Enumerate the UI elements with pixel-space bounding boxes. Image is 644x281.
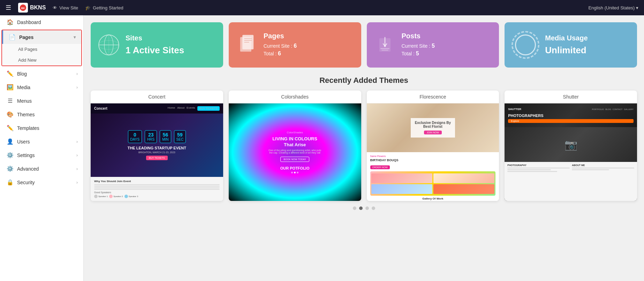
sidebar-item-security[interactable]: 🔒 Security › [0,175,83,189]
shut-col-photography: PHOTOGRAPHY [507,164,570,199]
svg-rect-14 [380,48,389,49]
concert-count-hours: 23HRS [145,130,157,143]
bkns-logo-svg: BK [19,4,27,11]
theme-card-florescence[interactable]: Florescence Exclusive Designs ByBest Flo… [367,91,499,201]
pagination-dot-4[interactable] [372,206,375,210]
pages-card: Pages Current Site : 6 Total : 6 [229,22,361,68]
cs-btn: BOOK NOW TODAY [280,157,309,162]
flor-img-cell-4 [433,184,494,194]
sidebar-label-dashboard: Dashboard [17,19,41,25]
concert-heading: THE LEADING STARTUP EVENT [128,146,186,150]
main-content: Sites 1 Active Sites [84,15,644,281]
concert-nav: Home About Events BUY TICKETS [168,106,220,111]
posts-total: Total : 5 [402,50,492,57]
shut-col-line-5 [572,169,609,170]
pages-highlight-box: 📄 Pages ▾ All Pages Add New [1,30,82,66]
templates-icon: ✏️ [7,125,14,131]
posts-content: Posts Current Site : 5 Total : 5 [402,32,492,58]
concert-logo: Concert [94,107,107,110]
media-arrow-icon: › [76,85,78,90]
pages-icon: 📄 [9,34,16,40]
sidebar-item-advanced[interactable]: ⚙️ Advanced › [0,162,83,175]
sidebar-label-media: Media [17,85,30,90]
concert-speaker-3: Speaker 3 [124,195,138,198]
settings-arrow-icon: › [76,153,78,158]
theme-title-shutter: Shutter [505,91,637,103]
stats-grid: Sites 1 Active Sites [91,22,637,68]
theme-preview-shutter: SHUTTER PORTFOLIO BLOG CONTACT GALLERY P… [505,103,637,201]
flor-gallery-title: Gallery Of Work [370,197,496,200]
concert-speakers-label: Good Speakers [94,191,220,194]
sidebar-item-dashboard[interactable]: 🏠 Dashboard [0,15,83,29]
settings-icon: ⚙️ [7,152,14,158]
shut-nav-blog: BLOG [605,108,611,110]
posts-card-icon [374,34,396,56]
pagination-dot-3[interactable] [365,206,369,210]
pagination-dot-1[interactable] [353,206,356,210]
sidebar: 🏠 Dashboard 📄 Pages ▾ All Pages Add New … [0,15,84,281]
media-card: Media Usage Unlimited [505,22,637,68]
cs-dot-1 [291,172,293,173]
flor-img-grid [370,172,496,195]
concert-lines [94,184,220,190]
language-selector[interactable]: English (United States) ▾ [588,5,638,10]
view-site-link[interactable]: 👁 View Site [53,5,78,10]
sidebar-label-users: Users [17,139,30,145]
sidebar-item-settings[interactable]: ⚙️ Settings › [0,148,83,162]
sidebar-item-themes[interactable]: 🎨 Themes [0,108,83,121]
concert-hero: 0DAYS 23HRS 56MIN 59SEC THE LEADING STAR… [91,114,223,177]
concert-nav-home: Home [168,106,175,111]
sidebar-item-menus[interactable]: ☰ Menus [0,94,83,108]
sidebar-item-blog[interactable]: ✏️ Blog › [0,67,83,80]
sidebar-label-templates: Templates [17,125,39,131]
shut-col-line-1 [507,167,570,169]
sidebar-item-media[interactable]: 🖼️ Media › [0,80,83,94]
pagination-dot-2[interactable] [359,206,363,210]
camera-icon: 📷 [565,139,577,151]
sidebar-item-pages[interactable]: 📄 Pages ▾ [2,30,81,44]
sidebar-label-settings: Settings [17,153,35,158]
concert-line-2 [94,186,220,188]
advanced-arrow-icon: › [76,166,78,171]
shut-col-line-4 [572,167,634,169]
theme-card-concert[interactable]: Concert Concert Home About Events BUY TI… [91,91,223,201]
colorshades-bg: ColorShades LIVING IN COLOURSThat Arise … [229,103,361,201]
sidebar-item-all-pages[interactable]: All Pages [2,44,81,55]
shut-col-line-3 [507,171,557,172]
flor-gallery-img [370,171,496,196]
shut-bottom: PHOTOGRAPHY ABOUT ME [505,162,637,201]
concert-counters: 0DAYS 23HRS 56MIN 59SEC [128,130,186,143]
sidebar-item-add-new[interactable]: Add New [2,55,81,65]
theme-card-shutter[interactable]: Shutter SHUTTER PORTFOLIO BLOG CONTACT G… [505,91,637,201]
hamburger-menu[interactable]: ☰ [6,4,11,11]
shut-col-title-2: ABOUT ME [572,164,634,166]
concert-ticket-btn: BUY TICKETS [146,156,168,160]
blog-icon: ✏️ [7,70,14,77]
blog-arrow-icon: › [76,71,78,76]
flor-img-cell-2 [433,173,494,183]
florescence-preview-inner: Exclusive Designs ByBest Florist JOIN NO… [367,103,499,201]
sites-icon [98,34,120,56]
sites-card: Sites 1 Active Sites [91,22,223,68]
concert-count-days: 0DAYS [128,130,142,143]
concert-bottom: Why You Should Join Event Good Speakers … [91,177,223,201]
getting-started-link[interactable]: 🎓 Getting Started [85,5,123,10]
media-content: Media Usage Unlimited [545,34,630,56]
sites-content: Sites 1 Active Sites [126,34,216,56]
cs-title: LIVING IN COLOURSThat Arise [272,136,317,148]
flor-hero-img: Exclusive Designs ByBest Florist JOIN NO… [367,103,499,152]
users-icon: 👤 [7,138,14,145]
themes-icon: 🎨 [7,111,14,118]
media-stat-title: Media Usage [545,34,630,42]
pages-svg [236,34,258,56]
theme-card-colorshades[interactable]: Colorshades ColorShades LIVING IN COLOUR… [229,91,361,201]
shut-col-title-1: PHOTOGRAPHY [507,164,570,166]
concert-buy-btn: BUY TICKETS [197,106,220,111]
eye-icon: 👁 [53,5,57,10]
cs-dot-3 [297,172,298,173]
pages-submenu: All Pages Add New [2,44,81,65]
security-icon: 🔒 [7,179,14,186]
logo-icon: BK [18,3,28,13]
sidebar-item-users[interactable]: 👤 Users › [0,135,83,148]
sidebar-item-templates[interactable]: ✏️ Templates [0,121,83,135]
